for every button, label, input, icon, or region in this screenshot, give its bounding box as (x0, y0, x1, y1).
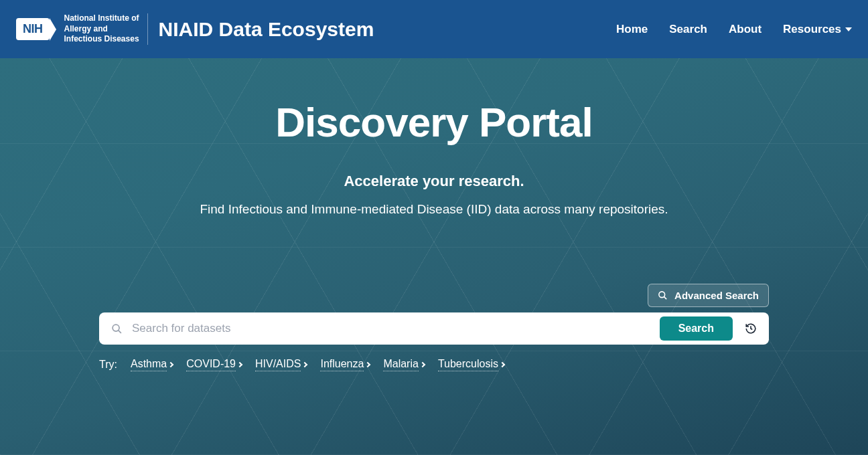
try-link-text: HIV/AIDS (255, 358, 301, 371)
chevron-right-icon (420, 362, 425, 367)
search-input[interactable] (132, 322, 660, 335)
search-button[interactable]: Search (660, 316, 733, 341)
search-bar: Search (99, 312, 769, 345)
try-link-covid[interactable]: COVID-19 (186, 358, 242, 371)
institute-line: Allergy and (64, 24, 139, 35)
search-section: Advanced Search Search Tr (99, 284, 769, 371)
search-icon (111, 323, 123, 335)
nav-search[interactable]: Search (669, 23, 707, 36)
try-link-influenza[interactable]: Influenza (320, 358, 370, 371)
try-link-asthma[interactable]: Asthma (131, 358, 173, 371)
institute-line: National Institute of (64, 13, 139, 24)
try-suggestions: Try: Asthma COVID-19 HIV/AIDS Influenza … (99, 358, 769, 371)
nav-resources[interactable]: Resources (783, 23, 852, 36)
page-title: Discovery Portal (0, 98, 868, 146)
chevron-right-icon (365, 362, 370, 367)
try-link-text: Malaria (383, 358, 418, 371)
history-button[interactable] (735, 317, 766, 340)
chevron-down-icon (845, 27, 852, 31)
nav-home[interactable]: Home (616, 23, 648, 36)
svg-point-0 (659, 292, 665, 298)
chevron-right-icon (168, 362, 173, 367)
institute-name: National Institute of Allergy and Infect… (64, 13, 148, 45)
try-link-malaria[interactable]: Malaria (383, 358, 424, 371)
advanced-search-row: Advanced Search (99, 284, 769, 307)
nih-logo[interactable]: NIH (16, 18, 50, 40)
try-link-text: Influenza (320, 358, 364, 371)
site-title[interactable]: NIAID Data Ecosystem (159, 18, 374, 41)
search-icon-wrap (102, 323, 132, 335)
main-nav: Home Search About Resources (616, 23, 852, 36)
nav-about[interactable]: About (729, 23, 762, 36)
try-link-text: COVID-19 (186, 358, 236, 371)
svg-line-3 (119, 330, 121, 333)
hero-content: Discovery Portal Accelerate your researc… (0, 98, 868, 217)
svg-line-1 (664, 296, 666, 299)
search-icon (658, 290, 668, 300)
hero-section: Discovery Portal Accelerate your researc… (0, 58, 868, 455)
hero-subtitle: Accelerate your research. (0, 173, 868, 190)
advanced-search-label: Advanced Search (674, 290, 759, 301)
try-label: Try: (99, 359, 117, 371)
try-link-tuberculosis[interactable]: Tuberculosis (438, 358, 504, 371)
chevron-right-icon (302, 362, 307, 367)
history-icon (745, 323, 757, 335)
logo-section: NIH National Institute of Allergy and In… (16, 13, 374, 45)
hero-description: Find Infectious and Immune-mediated Dise… (0, 202, 868, 217)
chevron-right-icon (500, 362, 505, 367)
try-link-hiv[interactable]: HIV/AIDS (255, 358, 307, 371)
main-header: NIH National Institute of Allergy and In… (0, 0, 868, 58)
advanced-search-button[interactable]: Advanced Search (648, 284, 769, 307)
try-link-text: Tuberculosis (438, 358, 498, 371)
svg-point-2 (113, 325, 119, 331)
chevron-right-icon (237, 362, 242, 367)
nav-resources-label: Resources (783, 23, 841, 36)
try-link-text: Asthma (131, 358, 167, 371)
institute-line: Infectious Diseases (64, 34, 139, 45)
